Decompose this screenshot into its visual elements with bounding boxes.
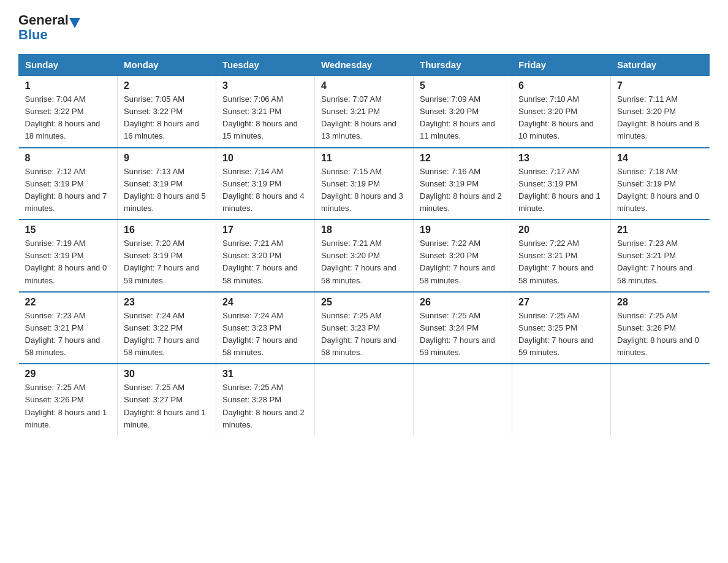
day-number: 30 [124,369,210,380]
day-number: 8 [25,153,112,164]
calendar-cell: 9 Sunrise: 7:13 AMSunset: 3:19 PMDayligh… [118,148,216,220]
day-number: 19 [420,224,506,236]
header-friday: Friday [512,55,611,76]
calendar-week-row: 1 Sunrise: 7:04 AMSunset: 3:22 PMDayligh… [19,75,710,148]
calendar-cell: 20 Sunrise: 7:22 AMSunset: 3:21 PMDaylig… [512,220,611,292]
day-info: Sunrise: 7:25 AMSunset: 3:24 PMDaylight:… [420,311,495,357]
day-info: Sunrise: 7:25 AMSunset: 3:26 PMDaylight:… [617,311,699,357]
calendar-cell: 17 Sunrise: 7:21 AMSunset: 3:20 PMDaylig… [216,220,315,292]
day-number: 22 [25,297,112,308]
header-monday: Monday [118,55,216,76]
day-number: 13 [518,153,604,164]
day-info: Sunrise: 7:17 AMSunset: 3:19 PMDaylight:… [518,167,601,213]
day-number: 7 [617,80,703,91]
calendar-cell: 7 Sunrise: 7:11 AMSunset: 3:20 PMDayligh… [611,75,710,148]
calendar-cell: 26 Sunrise: 7:25 AMSunset: 3:24 PMDaylig… [414,292,512,364]
calendar-cell: 2 Sunrise: 7:05 AMSunset: 3:22 PMDayligh… [118,75,216,148]
day-info: Sunrise: 7:09 AMSunset: 3:20 PMDaylight:… [420,94,495,140]
calendar-cell: 15 Sunrise: 7:19 AMSunset: 3:19 PMDaylig… [19,220,118,292]
day-info: Sunrise: 7:22 AMSunset: 3:20 PMDaylight:… [420,239,495,285]
day-info: Sunrise: 7:20 AMSunset: 3:19 PMDaylight:… [124,239,199,285]
day-info: Sunrise: 7:25 AMSunset: 3:26 PMDaylight:… [25,383,107,429]
day-info: Sunrise: 7:14 AMSunset: 3:19 PMDaylight:… [222,167,305,213]
calendar-cell: 14 Sunrise: 7:18 AMSunset: 3:19 PMDaylig… [611,148,710,220]
day-info: Sunrise: 7:10 AMSunset: 3:20 PMDaylight:… [518,94,594,140]
calendar-cell: 11 Sunrise: 7:15 AMSunset: 3:19 PMDaylig… [315,148,414,220]
calendar-cell [512,364,611,435]
calendar-cell [611,364,710,435]
header-tuesday: Tuesday [216,55,315,76]
day-info: Sunrise: 7:23 AMSunset: 3:21 PMDaylight:… [617,239,692,285]
day-info: Sunrise: 7:22 AMSunset: 3:21 PMDaylight:… [518,239,594,285]
logo-general-text: General [18,12,69,28]
calendar-cell [315,364,414,435]
day-number: 6 [518,80,604,91]
calendar-cell: 24 Sunrise: 7:24 AMSunset: 3:23 PMDaylig… [216,292,315,364]
calendar-cell [414,364,512,435]
calendar-cell: 27 Sunrise: 7:25 AMSunset: 3:25 PMDaylig… [512,292,611,364]
logo-blue-text: Blue [18,27,48,43]
day-info: Sunrise: 7:16 AMSunset: 3:19 PMDaylight:… [420,167,502,213]
day-info: Sunrise: 7:06 AMSunset: 3:21 PMDaylight:… [222,94,298,140]
header-sunday: Sunday [19,55,118,76]
day-info: Sunrise: 7:07 AMSunset: 3:21 PMDaylight:… [321,94,396,140]
header-thursday: Thursday [414,55,512,76]
day-info: Sunrise: 7:13 AMSunset: 3:19 PMDaylight:… [124,167,206,213]
calendar-cell: 25 Sunrise: 7:25 AMSunset: 3:23 PMDaylig… [315,292,414,364]
calendar-table: SundayMondayTuesdayWednesdayThursdayFrid… [18,54,710,435]
day-number: 18 [321,224,407,236]
day-number: 20 [518,224,604,236]
day-number: 2 [124,80,210,91]
day-info: Sunrise: 7:18 AMSunset: 3:19 PMDaylight:… [617,167,699,213]
day-info: Sunrise: 7:24 AMSunset: 3:23 PMDaylight:… [222,311,298,357]
day-info: Sunrise: 7:25 AMSunset: 3:25 PMDaylight:… [518,311,594,357]
calendar-cell: 5 Sunrise: 7:09 AMSunset: 3:20 PMDayligh… [414,75,512,148]
calendar-cell: 8 Sunrise: 7:12 AMSunset: 3:19 PMDayligh… [19,148,118,220]
day-number: 17 [222,224,308,236]
calendar-week-row: 15 Sunrise: 7:19 AMSunset: 3:19 PMDaylig… [19,220,710,292]
day-number: 27 [518,297,604,308]
day-number: 12 [420,153,506,164]
day-info: Sunrise: 7:24 AMSunset: 3:22 PMDaylight:… [124,311,199,357]
calendar-week-row: 29 Sunrise: 7:25 AMSunset: 3:26 PMDaylig… [19,364,710,435]
calendar-cell: 6 Sunrise: 7:10 AMSunset: 3:20 PMDayligh… [512,75,611,148]
day-number: 31 [222,369,308,380]
day-info: Sunrise: 7:19 AMSunset: 3:19 PMDaylight:… [25,239,107,285]
day-number: 15 [25,224,112,236]
calendar-cell: 30 Sunrise: 7:25 AMSunset: 3:27 PMDaylig… [118,364,216,435]
day-number: 26 [420,297,506,308]
calendar-cell: 22 Sunrise: 7:23 AMSunset: 3:21 PMDaylig… [19,292,118,364]
calendar-cell: 16 Sunrise: 7:20 AMSunset: 3:19 PMDaylig… [118,220,216,292]
calendar-cell: 10 Sunrise: 7:14 AMSunset: 3:19 PMDaylig… [216,148,315,220]
day-info: Sunrise: 7:23 AMSunset: 3:21 PMDaylight:… [25,311,100,357]
day-info: Sunrise: 7:25 AMSunset: 3:23 PMDaylight:… [321,311,396,357]
day-number: 29 [25,369,112,380]
day-number: 1 [25,80,112,91]
page-header: General Blue [18,12,710,43]
day-number: 4 [321,80,407,91]
day-number: 3 [222,80,308,91]
day-info: Sunrise: 7:15 AMSunset: 3:19 PMDaylight:… [321,167,403,213]
calendar-cell: 3 Sunrise: 7:06 AMSunset: 3:21 PMDayligh… [216,75,315,148]
calendar-cell: 12 Sunrise: 7:16 AMSunset: 3:19 PMDaylig… [414,148,512,220]
day-number: 16 [124,224,210,236]
day-number: 24 [222,297,308,308]
calendar-cell: 1 Sunrise: 7:04 AMSunset: 3:22 PMDayligh… [19,75,118,148]
logo-triangle-icon [69,18,80,28]
day-number: 14 [617,153,703,164]
calendar-cell: 4 Sunrise: 7:07 AMSunset: 3:21 PMDayligh… [315,75,414,148]
day-info: Sunrise: 7:21 AMSunset: 3:20 PMDaylight:… [321,239,396,285]
header-wednesday: Wednesday [315,55,414,76]
day-info: Sunrise: 7:11 AMSunset: 3:20 PMDaylight:… [617,94,699,140]
day-number: 11 [321,153,407,164]
day-info: Sunrise: 7:25 AMSunset: 3:28 PMDaylight:… [222,383,305,429]
logo: General Blue [18,12,81,43]
calendar-cell: 18 Sunrise: 7:21 AMSunset: 3:20 PMDaylig… [315,220,414,292]
day-info: Sunrise: 7:12 AMSunset: 3:19 PMDaylight:… [25,167,107,213]
day-number: 28 [617,297,703,308]
calendar-cell: 13 Sunrise: 7:17 AMSunset: 3:19 PMDaylig… [512,148,611,220]
calendar-cell: 23 Sunrise: 7:24 AMSunset: 3:22 PMDaylig… [118,292,216,364]
calendar-header-row: SundayMondayTuesdayWednesdayThursdayFrid… [19,55,710,76]
day-number: 25 [321,297,407,308]
day-info: Sunrise: 7:04 AMSunset: 3:22 PMDaylight:… [25,94,100,140]
